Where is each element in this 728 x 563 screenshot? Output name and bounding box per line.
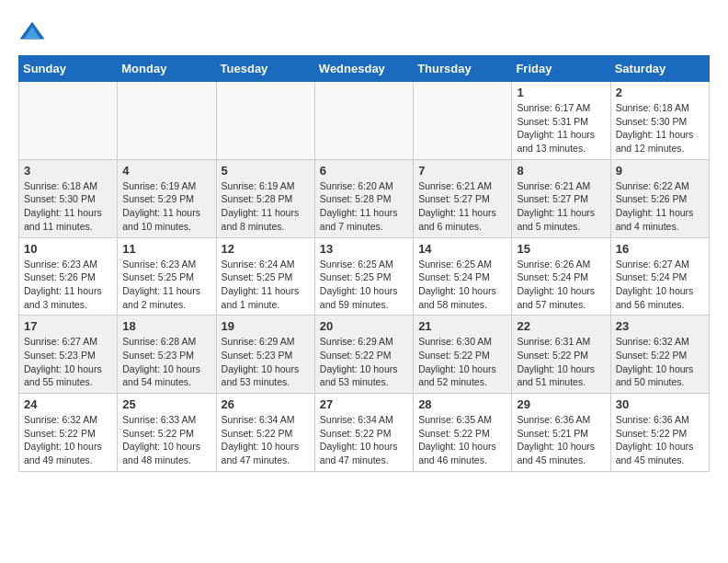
day-number: 26 [222,397,310,411]
calendar-cell: 8Sunrise: 6:21 AMSunset: 5:27 PMDaylight… [512,159,610,237]
day-info: Sunrise: 6:20 AMSunset: 5:28 PMDaylight:… [320,179,408,234]
calendar-cell: 21Sunrise: 6:30 AMSunset: 5:22 PMDayligh… [414,316,512,394]
calendar-cell: 23Sunrise: 6:32 AMSunset: 5:22 PMDayligh… [610,316,709,394]
calendar-cell: 29Sunrise: 6:36 AMSunset: 5:21 PMDayligh… [512,394,610,472]
calendar-cell: 25Sunrise: 6:33 AMSunset: 5:22 PMDayligh… [118,394,216,472]
day-info: Sunrise: 6:27 AMSunset: 5:24 PMDaylight:… [616,258,704,312]
day-info: Sunrise: 6:25 AMSunset: 5:24 PMDaylight:… [418,258,506,312]
day-number: 30 [616,397,704,411]
day-number: 10 [24,242,112,256]
day-of-week-header: Saturday [610,56,709,82]
day-info: Sunrise: 6:28 AMSunset: 5:23 PMDaylight:… [122,335,210,389]
calendar-cell: 27Sunrise: 6:34 AMSunset: 5:22 PMDayligh… [314,394,413,472]
day-number: 27 [320,397,408,411]
logo [18,18,50,46]
calendar-cell: 16Sunrise: 6:27 AMSunset: 5:24 PMDayligh… [610,237,709,316]
day-info: Sunrise: 6:19 AMSunset: 5:28 PMDaylight:… [222,179,310,234]
day-number: 22 [517,319,605,333]
day-of-week-header: Wednesday [314,56,413,82]
calendar-week-row: 24Sunrise: 6:32 AMSunset: 5:22 PMDayligh… [19,394,710,472]
calendar-cell: 13Sunrise: 6:25 AMSunset: 5:25 PMDayligh… [314,237,413,316]
calendar-cell [414,82,512,160]
day-number: 28 [418,397,506,411]
day-info: Sunrise: 6:18 AMSunset: 5:30 PMDaylight:… [24,179,112,234]
calendar-cell: 30Sunrise: 6:36 AMSunset: 5:22 PMDayligh… [610,394,709,472]
day-number: 1 [517,86,605,99]
calendar-week-row: 1Sunrise: 6:17 AMSunset: 5:31 PMDaylight… [19,82,710,160]
day-info: Sunrise: 6:32 AMSunset: 5:22 PMDaylight:… [616,335,704,389]
day-info: Sunrise: 6:35 AMSunset: 5:22 PMDaylight:… [418,413,506,467]
day-number: 25 [122,397,210,411]
calendar-cell: 11Sunrise: 6:23 AMSunset: 5:25 PMDayligh… [118,237,216,316]
day-number: 8 [517,164,605,178]
calendar-cell: 5Sunrise: 6:19 AMSunset: 5:28 PMDaylight… [216,159,314,237]
day-of-week-header: Monday [118,56,216,82]
day-info: Sunrise: 6:21 AMSunset: 5:27 PMDaylight:… [517,179,605,234]
day-of-week-header: Friday [512,56,610,82]
calendar-cell: 2Sunrise: 6:18 AMSunset: 5:30 PMDaylight… [610,82,709,160]
day-number: 19 [222,319,310,333]
day-info: Sunrise: 6:26 AMSunset: 5:24 PMDaylight:… [517,258,605,312]
day-number: 11 [122,242,210,256]
calendar-cell: 9Sunrise: 6:22 AMSunset: 5:26 PMDaylight… [610,159,709,237]
day-number: 12 [222,242,310,256]
calendar-week-row: 10Sunrise: 6:23 AMSunset: 5:26 PMDayligh… [19,237,710,316]
day-number: 21 [418,319,506,333]
calendar-week-row: 3Sunrise: 6:18 AMSunset: 5:30 PMDaylight… [19,159,710,237]
day-info: Sunrise: 6:18 AMSunset: 5:30 PMDaylight:… [616,101,704,155]
day-number: 15 [517,242,605,256]
day-number: 4 [122,164,210,178]
day-info: Sunrise: 6:23 AMSunset: 5:26 PMDaylight:… [24,258,112,312]
logo-icon [18,18,46,46]
calendar-cell: 3Sunrise: 6:18 AMSunset: 5:30 PMDaylight… [19,159,118,237]
day-info: Sunrise: 6:21 AMSunset: 5:27 PMDaylight:… [418,179,506,234]
day-number: 7 [418,164,506,178]
calendar-cell: 15Sunrise: 6:26 AMSunset: 5:24 PMDayligh… [512,237,610,316]
day-info: Sunrise: 6:19 AMSunset: 5:29 PMDaylight:… [122,179,210,234]
day-number: 20 [320,319,408,333]
day-number: 16 [616,242,704,256]
day-info: Sunrise: 6:30 AMSunset: 5:22 PMDaylight:… [418,335,506,389]
day-number: 5 [222,164,310,178]
calendar-cell: 28Sunrise: 6:35 AMSunset: 5:22 PMDayligh… [414,394,512,472]
day-number: 6 [320,164,408,178]
day-number: 2 [616,86,704,99]
calendar-cell: 6Sunrise: 6:20 AMSunset: 5:28 PMDaylight… [314,159,413,237]
day-of-week-header: Thursday [414,56,512,82]
calendar-cell: 7Sunrise: 6:21 AMSunset: 5:27 PMDaylight… [414,159,512,237]
calendar-cell: 14Sunrise: 6:25 AMSunset: 5:24 PMDayligh… [414,237,512,316]
calendar-week-row: 17Sunrise: 6:27 AMSunset: 5:23 PMDayligh… [19,316,710,394]
day-number: 14 [418,242,506,256]
calendar: SundayMondayTuesdayWednesdayThursdayFrid… [18,55,710,472]
day-info: Sunrise: 6:25 AMSunset: 5:25 PMDaylight:… [320,258,408,312]
calendar-cell: 18Sunrise: 6:28 AMSunset: 5:23 PMDayligh… [118,316,216,394]
calendar-cell: 20Sunrise: 6:29 AMSunset: 5:22 PMDayligh… [314,316,413,394]
day-info: Sunrise: 6:33 AMSunset: 5:22 PMDaylight:… [122,413,210,467]
day-number: 13 [320,242,408,256]
day-number: 3 [24,164,112,178]
day-info: Sunrise: 6:31 AMSunset: 5:22 PMDaylight:… [517,335,605,389]
calendar-cell: 4Sunrise: 6:19 AMSunset: 5:29 PMDaylight… [118,159,216,237]
calendar-cell: 26Sunrise: 6:34 AMSunset: 5:22 PMDayligh… [216,394,314,472]
day-of-week-header: Tuesday [216,56,314,82]
day-info: Sunrise: 6:23 AMSunset: 5:25 PMDaylight:… [122,258,210,312]
day-number: 9 [616,164,704,178]
page-header [18,18,710,46]
calendar-cell [19,82,118,160]
day-info: Sunrise: 6:29 AMSunset: 5:23 PMDaylight:… [222,335,310,389]
day-info: Sunrise: 6:27 AMSunset: 5:23 PMDaylight:… [24,335,112,389]
calendar-cell: 12Sunrise: 6:24 AMSunset: 5:25 PMDayligh… [216,237,314,316]
day-info: Sunrise: 6:36 AMSunset: 5:21 PMDaylight:… [517,413,605,467]
day-info: Sunrise: 6:17 AMSunset: 5:31 PMDaylight:… [517,101,605,155]
day-number: 23 [616,319,704,333]
calendar-cell: 22Sunrise: 6:31 AMSunset: 5:22 PMDayligh… [512,316,610,394]
day-info: Sunrise: 6:29 AMSunset: 5:22 PMDaylight:… [320,335,408,389]
day-number: 29 [517,397,605,411]
day-info: Sunrise: 6:34 AMSunset: 5:22 PMDaylight:… [222,413,310,467]
calendar-cell: 10Sunrise: 6:23 AMSunset: 5:26 PMDayligh… [19,237,118,316]
day-info: Sunrise: 6:36 AMSunset: 5:22 PMDaylight:… [616,413,704,467]
day-number: 24 [24,397,112,411]
day-of-week-header: Sunday [19,56,118,82]
day-info: Sunrise: 6:34 AMSunset: 5:22 PMDaylight:… [320,413,408,467]
calendar-header-row: SundayMondayTuesdayWednesdayThursdayFrid… [19,56,710,82]
